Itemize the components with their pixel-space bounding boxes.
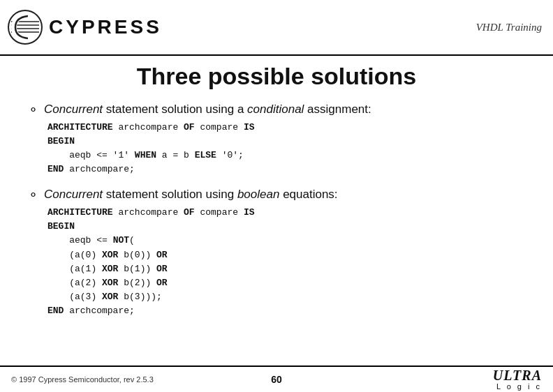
footer-copyright: © 1997 Cypress Semiconductor, rev 2.5.3 [11, 375, 154, 384]
section-text-2: Concurrent statement solution using bool… [44, 186, 338, 203]
footer-page-number: 60 [271, 374, 282, 385]
code-line-1-4: END archcompare; [47, 164, 135, 174]
code-block-1: ARCHITECTURE archcompare OF compare IS B… [47, 121, 525, 177]
code-line-1-2: BEGIN [47, 136, 75, 146]
bullet-row-1: ⚬ Concurrent statement solution using a … [28, 101, 525, 118]
code-line-2-3: aeqb <= NOT( [47, 235, 135, 246]
code-line-2-7: (a(3) XOR b(3))); [47, 292, 162, 302]
code-line-2-6: (a(2) XOR b(2)) OR [47, 278, 168, 288]
section-2: ⚬ Concurrent statement solution using bo… [28, 186, 525, 318]
section-1: ⚬ Concurrent statement solution using a … [28, 101, 525, 176]
code-line-2-1: ARCHITECTURE archcompare OF compare IS [47, 207, 254, 218]
italic-boolean: boolean [237, 188, 280, 201]
page-title: Three possible solutions [28, 63, 525, 90]
ultra-logic-logo: ULTRA L o g i c [493, 368, 542, 391]
code-line-2-8: END archcompare; [47, 306, 135, 316]
logo-area: CYPRESS [7, 9, 162, 45]
bullet-1: ⚬ [28, 102, 38, 117]
code-block-2: ARCHITECTURE archcompare OF compare IS B… [47, 206, 525, 318]
italic-conditional: conditional [247, 103, 304, 116]
header: CYPRESS VHDL Training [0, 0, 553, 56]
code-line-2-4: (a(0) XOR b(0)) OR [47, 250, 168, 260]
main-content: Three possible solutions ⚬ Concurrent st… [0, 56, 553, 335]
logo-text: CYPRESS [49, 16, 162, 38]
code-line-2-2: BEGIN [47, 221, 75, 232]
ultra-text: ULTRA [493, 368, 542, 382]
footer: © 1997 Cypress Semiconductor, rev 2.5.3 … [0, 365, 553, 392]
bullet-2: ⚬ [28, 187, 38, 202]
bullet-row-2: ⚬ Concurrent statement solution using bo… [28, 186, 525, 203]
italic-concurrent-2: Concurrent [44, 188, 103, 201]
logic-text: L o g i c [496, 382, 542, 391]
code-line-1-3: aeqb <= '1' WHEN a = b ELSE '0'; [47, 150, 244, 160]
cypress-logo-icon [7, 9, 43, 45]
section-text-1: Concurrent statement solution using a co… [44, 101, 371, 118]
header-title: VHDL Training [476, 22, 542, 33]
code-line-1-1: ARCHITECTURE archcompare OF compare IS [47, 122, 254, 133]
italic-concurrent-1: Concurrent [44, 103, 103, 116]
code-line-2-5: (a(1) XOR b(1)) OR [47, 264, 168, 274]
